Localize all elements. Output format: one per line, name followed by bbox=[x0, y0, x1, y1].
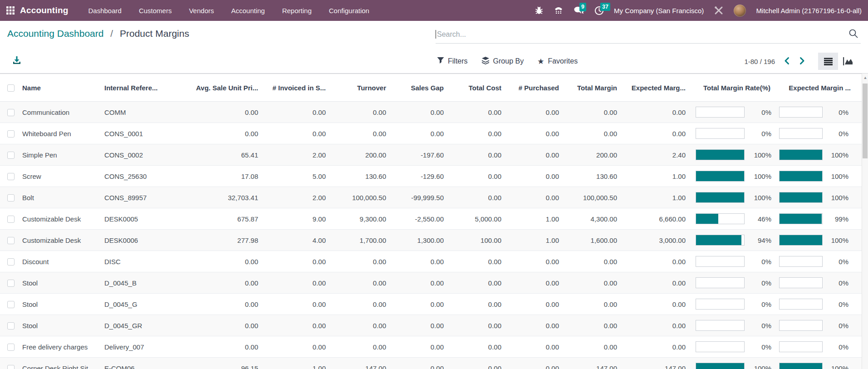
column-header-turnover[interactable]: Turnover bbox=[329, 74, 389, 102]
table-row[interactable]: Whiteboard Pen CONS_0001 0.00 0.00 0.00 … bbox=[0, 123, 862, 144]
table-row[interactable]: Stool D_0045_G 0.00 0.00 0.00 0.00 0.00 … bbox=[0, 294, 862, 315]
debug-bug-icon[interactable] bbox=[535, 6, 544, 15]
column-header-total-margin-rate[interactable]: Total Margin Rate(%) bbox=[688, 74, 771, 102]
group-by-button[interactable]: Group By bbox=[481, 57, 524, 66]
support-tools-icon[interactable] bbox=[714, 5, 724, 15]
filters-button[interactable]: Filters bbox=[437, 57, 468, 66]
row-checkbox[interactable] bbox=[7, 344, 15, 351]
row-checkbox[interactable] bbox=[7, 194, 15, 202]
star-icon: ★ bbox=[537, 58, 544, 65]
table-row[interactable]: Simple Pen CONS_0002 65.41 2.00 200.00 -… bbox=[0, 144, 862, 166]
total-margin-rate-progressbar bbox=[696, 256, 745, 267]
pager-previous-button[interactable] bbox=[783, 56, 790, 67]
user-menu[interactable]: Mitchell Admin (21767196-16-0-all) bbox=[756, 7, 862, 15]
cell-avg-sale-unit-price: 32,703.41 bbox=[228, 194, 258, 202]
cell-expected-margin: 0.00 bbox=[672, 322, 686, 330]
table-row[interactable]: Communication COMM 0.00 0.00 0.00 0.00 0… bbox=[0, 102, 862, 123]
cell-expected-margin-rate: 0% bbox=[839, 300, 848, 308]
menu-customers[interactable]: Customers bbox=[139, 7, 172, 15]
cell-total-margin-rate: 0% bbox=[761, 343, 771, 351]
cell-purchased: 0.00 bbox=[546, 300, 559, 308]
column-header-expected-margin[interactable]: Expected Marg... bbox=[620, 74, 688, 102]
favorites-button[interactable]: ★ Favorites bbox=[537, 57, 578, 65]
cell-total-cost: 0.00 bbox=[488, 322, 501, 330]
column-header-total-cost[interactable]: Total Cost bbox=[446, 74, 504, 102]
cell-expected-margin: 1.00 bbox=[672, 194, 686, 202]
column-header-internal-reference[interactable]: Internal Refere... bbox=[104, 74, 186, 102]
cell-internal-reference: D_0045_B bbox=[104, 279, 137, 287]
layers-icon bbox=[481, 57, 490, 66]
row-checkbox[interactable] bbox=[7, 280, 15, 287]
cell-name: Communication bbox=[22, 108, 69, 116]
row-checkbox[interactable] bbox=[7, 216, 15, 223]
table-row[interactable]: Bolt CONS_89957 32,703.41 2.00 100,000.5… bbox=[0, 187, 862, 208]
table-row[interactable]: Free delivery charges Delivery_007 0.00 … bbox=[0, 336, 862, 358]
cell-invoiced: 1.00 bbox=[313, 364, 326, 369]
column-header-total-margin[interactable]: Total Margin bbox=[562, 74, 620, 102]
user-avatar[interactable] bbox=[734, 5, 746, 17]
apps-grid-icon[interactable] bbox=[6, 6, 15, 15]
cell-purchased: 0.00 bbox=[546, 151, 559, 159]
select-all-checkbox[interactable] bbox=[7, 84, 15, 92]
cell-avg-sale-unit-price: 0.00 bbox=[245, 130, 258, 138]
breadcrumb-parent-link[interactable]: Accounting Dashboard bbox=[7, 28, 103, 39]
activities-clock-icon[interactable]: 37 bbox=[594, 6, 604, 15]
control-panel: Accounting Dashboard / Product Margins F… bbox=[0, 21, 868, 74]
scrollbar-up-arrow[interactable]: ▲ bbox=[862, 74, 868, 82]
column-header-purchased[interactable]: # Purchased bbox=[504, 74, 562, 102]
row-checkbox[interactable] bbox=[7, 109, 15, 116]
pager: 1-80 / 196 bbox=[744, 49, 806, 74]
cell-invoiced: 0.00 bbox=[313, 108, 326, 116]
row-checkbox[interactable] bbox=[7, 258, 15, 266]
cell-internal-reference: COMM bbox=[104, 108, 126, 116]
row-checkbox[interactable] bbox=[7, 365, 15, 369]
row-checkbox[interactable] bbox=[7, 301, 15, 308]
search-icon[interactable] bbox=[848, 28, 859, 41]
company-switcher[interactable]: My Company (San Francisco) bbox=[614, 7, 704, 15]
menu-reporting[interactable]: Reporting bbox=[282, 7, 312, 15]
cell-sales-gap: 0.00 bbox=[431, 279, 444, 287]
column-header-invoiced[interactable]: # Invoiced in S... bbox=[261, 74, 329, 102]
export-download-button[interactable] bbox=[12, 55, 22, 67]
cell-expected-margin: 0.00 bbox=[672, 343, 686, 351]
cell-total-margin-rate: 0% bbox=[761, 108, 771, 116]
menu-vendors[interactable]: Vendors bbox=[189, 7, 214, 15]
menu-configuration[interactable]: Configuration bbox=[329, 7, 369, 15]
cell-total-cost: 0.00 bbox=[488, 130, 501, 138]
column-header-avg-sale-unit-price[interactable]: Avg. Sale Unit Pri... bbox=[186, 74, 261, 102]
column-header-name[interactable]: Name bbox=[18, 74, 104, 102]
cell-total-margin: 0.00 bbox=[604, 322, 617, 330]
search-input[interactable] bbox=[437, 30, 848, 39]
cell-name: Corner Desk Right Sit bbox=[22, 364, 88, 369]
menu-accounting[interactable]: Accounting bbox=[231, 7, 265, 15]
menu-dashboard[interactable]: Dashboard bbox=[88, 7, 122, 15]
table-row[interactable]: Corner Desk Right Sit E-COM06 96.15 1.00… bbox=[0, 358, 862, 369]
row-checkbox[interactable] bbox=[7, 152, 15, 159]
column-header-sales-gap[interactable]: Sales Gap bbox=[389, 74, 446, 102]
table-row[interactable]: Discount DISC 0.00 0.00 0.00 0.00 0.00 0… bbox=[0, 251, 862, 272]
cell-total-margin: 0.00 bbox=[604, 258, 617, 266]
table-row[interactable]: Customizable Desk DESK0006 277.98 4.00 1… bbox=[0, 230, 862, 251]
row-checkbox[interactable] bbox=[7, 173, 15, 180]
cell-invoiced: 9.00 bbox=[313, 215, 326, 223]
voip-phone-icon[interactable] bbox=[554, 6, 564, 15]
graph-view-button[interactable] bbox=[838, 53, 858, 70]
cell-internal-reference: CONS_89957 bbox=[104, 194, 147, 202]
cell-invoiced: 4.00 bbox=[313, 236, 326, 244]
row-checkbox[interactable] bbox=[7, 237, 15, 244]
table-row[interactable]: Stool D_0045_B 0.00 0.00 0.00 0.00 0.00 … bbox=[0, 272, 862, 294]
row-checkbox[interactable] bbox=[7, 130, 15, 138]
column-header-expected-margin-rate[interactable]: Expected Margin ... bbox=[771, 74, 862, 102]
app-name[interactable]: Accounting bbox=[20, 5, 69, 15]
expected-margin-rate-progressbar bbox=[779, 299, 823, 310]
messages-icon[interactable]: 9 bbox=[574, 6, 584, 15]
expected-margin-rate-progressbar bbox=[779, 277, 823, 288]
table-row[interactable]: Customizable Desk DESK0005 675.87 9.00 9… bbox=[0, 208, 862, 230]
row-checkbox[interactable] bbox=[7, 322, 15, 330]
table-row[interactable]: Stool D_0045_GR 0.00 0.00 0.00 0.00 0.00… bbox=[0, 315, 862, 336]
scrollbar-thumb[interactable] bbox=[863, 84, 868, 158]
list-view-button[interactable] bbox=[818, 53, 838, 70]
table-row[interactable]: Screw CONS_25630 17.08 5.00 130.60 -129.… bbox=[0, 166, 862, 187]
pager-next-button[interactable] bbox=[799, 56, 806, 67]
cell-total-margin: 0.00 bbox=[604, 300, 617, 308]
